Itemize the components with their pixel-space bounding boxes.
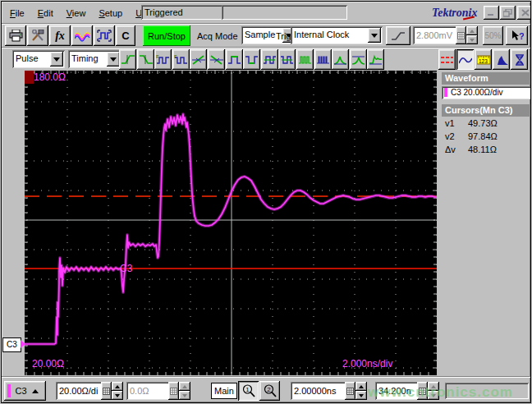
clear-button[interactable]: C xyxy=(116,25,135,46)
run-stop-button[interactable]: Run/Stop xyxy=(143,25,190,46)
measure-frequency-pos-button[interactable]: F xyxy=(154,49,172,70)
acq-mode-value: Sample xyxy=(245,30,275,39)
timebase-keypad-button[interactable] xyxy=(345,382,355,400)
duty-neg-icon xyxy=(279,53,295,67)
vertical-scale-keypad-button[interactable] xyxy=(101,382,112,400)
menu-view[interactable]: View xyxy=(60,6,93,21)
measure-subcategory-value: Timing xyxy=(71,53,99,63)
menu-setup[interactable]: Setup xyxy=(92,6,129,21)
waveform-panel-header: Waveform xyxy=(442,72,531,85)
svg-text:?: ? xyxy=(519,31,524,41)
channel-marker-c3[interactable]: C3 xyxy=(2,337,25,351)
channel-select-button[interactable]: C3 xyxy=(4,381,46,401)
trace-handle xyxy=(25,71,34,84)
autoset-pulse-button[interactable] xyxy=(94,25,115,46)
trig-source-select[interactable]: Internal Clock xyxy=(291,26,383,44)
close-button[interactable] xyxy=(517,6,531,20)
measure-duty-pos-button[interactable] xyxy=(261,49,278,70)
spin-down-icon xyxy=(115,394,120,397)
measure-multi-burst-button[interactable] xyxy=(314,49,332,70)
acq-mode-label: Acq Mode xyxy=(197,31,238,41)
measure-pulse-width-pos-button[interactable] xyxy=(226,49,243,70)
trig-level-stepper[interactable] xyxy=(466,26,478,44)
measure-frequency-neg-button[interactable]: F xyxy=(172,49,190,70)
measure-rise-time-button[interactable] xyxy=(119,49,136,70)
set50-label: 50% xyxy=(484,31,501,40)
timebase-stepper[interactable] xyxy=(355,382,367,400)
channel-marker-label: C3 xyxy=(2,337,21,352)
spin-down-icon xyxy=(182,394,187,397)
measure-subcategory-select[interactable]: Timing xyxy=(68,50,122,68)
spin-up-icon xyxy=(359,385,364,388)
minimize-button[interactable] xyxy=(484,6,499,20)
cross-fall-icon xyxy=(209,53,224,67)
menu-file[interactable]: File xyxy=(3,6,31,21)
measure-peak-neg-button[interactable] xyxy=(350,49,367,70)
eye-diagram-button[interactable] xyxy=(511,49,528,70)
measurement-readout-button[interactable]: 123 xyxy=(475,49,492,70)
cursor-dv-value: 48.11Ω xyxy=(468,145,497,154)
math-fx-button[interactable]: fx xyxy=(49,25,71,46)
spin-up-icon xyxy=(470,30,475,33)
measure-settle-time-button[interactable] xyxy=(367,49,384,70)
chevron-up-icon xyxy=(32,389,39,393)
context-help-button[interactable]: ? xyxy=(506,26,528,45)
measure-cross-fall-button[interactable] xyxy=(208,49,225,70)
setup-tools-button[interactable] xyxy=(27,25,48,46)
histogram-button[interactable] xyxy=(493,49,510,70)
restore-button[interactable] xyxy=(500,6,516,20)
vertical-scale-stepper[interactable] xyxy=(112,382,123,400)
waveform-display-button[interactable] xyxy=(456,49,474,70)
trig-source-value: Internal Clock xyxy=(294,30,349,39)
measure-burst-width-button[interactable] xyxy=(296,49,314,70)
measure-duty-neg-button[interactable] xyxy=(278,49,296,70)
timebase-input[interactable]: 2.00000ns xyxy=(291,382,348,400)
waveform-entry[interactable]: C3 20.00Ω/div xyxy=(442,86,531,99)
clear-icon: C xyxy=(122,30,129,42)
measure-fall-time-button[interactable] xyxy=(137,49,154,70)
app-window: File Edit View Setup Utilities Help Trig… xyxy=(1,1,531,403)
keypad-icon xyxy=(457,32,465,39)
close-icon xyxy=(521,9,530,16)
zoom-1-button[interactable]: 1 xyxy=(238,381,259,401)
vertical-top-scale: 180.0Ω xyxy=(34,71,66,83)
waveform-color-button[interactable] xyxy=(71,25,93,46)
trig-level-input[interactable]: 2.800mV xyxy=(413,26,459,44)
graticule-and-trace[interactable] xyxy=(25,71,437,375)
cursors-button[interactable] xyxy=(438,49,456,70)
trig-level-keypad-button[interactable] xyxy=(456,26,466,44)
channel-color-stripe xyxy=(7,384,11,397)
keypad-icon xyxy=(170,388,177,395)
vertical-bottom-scale: 20.00Ω xyxy=(32,358,64,370)
measure-category-select[interactable]: Pulse xyxy=(12,50,65,68)
vertical-scale-input[interactable]: 20.00Ω/di xyxy=(56,382,104,400)
trace-label: C3 xyxy=(120,263,132,274)
measure-peak-pos-button[interactable] xyxy=(332,49,349,70)
svg-text:123: 123 xyxy=(479,58,488,64)
cursor-v2-value: 97.84Ω xyxy=(468,131,498,141)
chevron-down-icon xyxy=(371,34,378,38)
menu-edit[interactable]: Edit xyxy=(31,6,60,21)
trig-label: Trig xyxy=(276,31,291,41)
message-status xyxy=(222,5,347,20)
cursor-dv-label: Δv xyxy=(445,145,456,154)
cursors-panel-header: Cursors(Mn C3) xyxy=(442,104,531,117)
multi-burst-icon xyxy=(315,53,331,67)
measure-pulse-width-neg-button[interactable] xyxy=(243,49,260,70)
frequency-pos-icon: F xyxy=(155,53,171,67)
timebase-main-toggle[interactable]: Main xyxy=(211,383,237,399)
spin-up-icon xyxy=(115,385,120,388)
print-button[interactable] xyxy=(5,25,26,46)
waveform-display[interactable]: 180.0Ω 20.00Ω 2.000ns/div C3 xyxy=(25,71,437,375)
trig-slope-button[interactable] xyxy=(386,26,410,45)
vertical-offset-keypad-button[interactable] xyxy=(168,382,179,400)
trace-glow xyxy=(25,114,437,344)
zoom-2-button[interactable]: 2 xyxy=(259,381,280,401)
measure-cross-rise-button[interactable] xyxy=(190,49,207,70)
minimize-icon xyxy=(487,9,496,16)
trigger-status: Triggered xyxy=(141,5,222,20)
pulse-width-neg-icon xyxy=(244,53,259,67)
vertical-offset-input[interactable]: 0.0Ω xyxy=(126,382,172,400)
set-level-50-button[interactable]: 50% xyxy=(483,26,503,45)
vertical-offset-stepper[interactable] xyxy=(179,382,190,400)
